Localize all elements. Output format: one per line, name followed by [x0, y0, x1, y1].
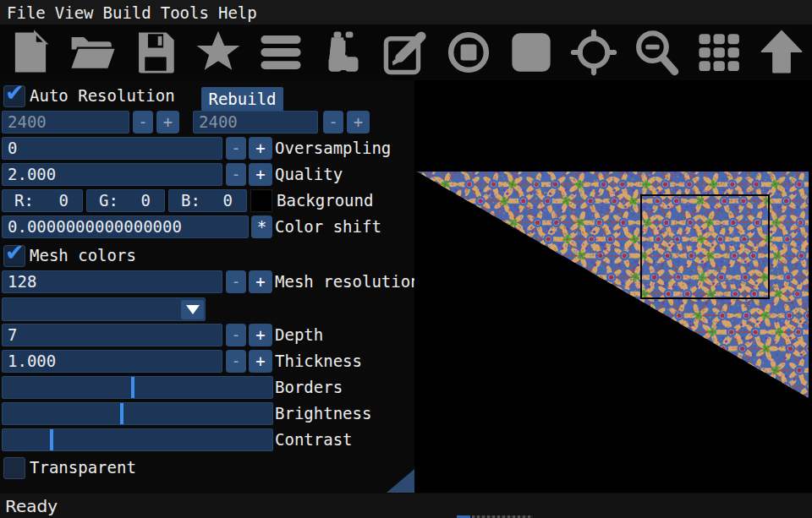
record-stop-icon [443, 28, 494, 77]
thickness-plus-button[interactable]: + [249, 350, 272, 373]
fill-square-button[interactable] [504, 27, 558, 78]
resolution-width-input[interactable]: 2400 [2, 111, 129, 134]
record-stop-button[interactable] [442, 27, 496, 78]
arrow-up-icon [757, 28, 806, 77]
new-file-icon [6, 28, 55, 77]
quality-minus-button[interactable]: - [226, 163, 246, 186]
oversampling-input[interactable]: 0 [2, 137, 222, 160]
resolution-height-minus-button[interactable]: - [323, 111, 343, 134]
settings-panel: ✔ Auto Resolution Rebuild 2400 - + 2400 … [0, 80, 414, 493]
zoom-out-button[interactable] [629, 27, 683, 78]
oversampling-minus-button[interactable]: - [226, 137, 246, 160]
resolution-width-plus-button[interactable]: + [156, 111, 179, 134]
transparent-checkbox[interactable] [3, 457, 25, 479]
menu-view[interactable]: View [55, 3, 94, 22]
mesh-colors-checkbox[interactable]: ✔ [3, 245, 25, 267]
new-file-button[interactable] [3, 27, 58, 78]
mesh-resolution-label: Mesh resolution [275, 270, 414, 293]
quality-plus-button[interactable]: + [249, 163, 272, 186]
menu-bar: File View Build Tools Help [0, 0, 812, 25]
edit-button[interactable] [379, 27, 433, 78]
thickness-minus-button[interactable]: - [226, 350, 246, 373]
mesh-colors-label: Mesh colors [30, 244, 136, 267]
contrast-label: Contrast [275, 428, 353, 451]
color-shift-input[interactable]: 0.0000000000000000 [2, 215, 249, 238]
status-text: Ready [5, 496, 58, 516]
mesh-resolution-plus-button[interactable]: + [249, 270, 272, 293]
slider-tick [131, 377, 134, 398]
menu-file[interactable]: File [7, 3, 46, 22]
resolution-height-input[interactable]: 2400 [193, 111, 318, 134]
thickness-label: Thickness [275, 350, 362, 373]
depth-plus-button[interactable]: + [249, 324, 272, 346]
background-label: Background [277, 189, 373, 212]
oversampling-plus-button[interactable]: + [249, 137, 272, 160]
oversampling-label: Oversampling [275, 137, 391, 160]
borders-slider[interactable]: 0.9550000 [2, 376, 273, 399]
background-g-input[interactable]: G:0 [86, 189, 165, 212]
rebuild-button[interactable]: Rebuild [201, 87, 283, 112]
color-shift-random-button[interactable]: * [251, 215, 272, 238]
save-floppy-icon [131, 28, 180, 77]
depth-label: Depth [275, 324, 323, 346]
contrast-slider[interactable]: 0.158 [2, 428, 273, 451]
filled-square-icon [505, 28, 557, 77]
mesh-resolution-input[interactable]: 128 [2, 270, 222, 293]
slider-tick [120, 403, 123, 424]
render-viewport [414, 80, 812, 493]
grid-button[interactable] [692, 27, 746, 78]
auto-resolution-label: Auto Resolution [30, 85, 175, 107]
borders-label: Borders [275, 376, 343, 399]
slider-tick [50, 429, 53, 450]
edge-mode-dropdown[interactable]: Edges [2, 297, 206, 321]
color-shift-label: Color shift [275, 215, 381, 238]
quality-input[interactable]: 2.000 [2, 163, 222, 186]
panel-resize-handle[interactable] [387, 469, 414, 493]
favorites-button[interactable] [191, 27, 245, 78]
depth-minus-button[interactable]: - [226, 324, 246, 346]
find-button[interactable] [316, 27, 370, 78]
quality-label: Quality [275, 163, 343, 186]
toolbar [0, 25, 812, 80]
open-folder-icon [67, 28, 119, 77]
binoculars-icon [320, 28, 367, 77]
depth-input[interactable]: 7 [2, 324, 222, 346]
brightness-label: Brightness [275, 402, 371, 425]
chevron-down-icon [186, 305, 200, 314]
target-crosshair-icon [568, 28, 619, 77]
auto-resolution-checkbox[interactable]: ✔ [3, 85, 25, 107]
background-color-swatch[interactable] [250, 189, 272, 212]
status-bar: Ready [0, 493, 812, 518]
upload-button[interactable] [754, 27, 809, 78]
target-button[interactable] [567, 27, 621, 78]
transparent-label: Transparent [30, 456, 136, 479]
fractal-pattern-canvas[interactable] [414, 80, 812, 493]
checkmark-icon: ✔ [5, 239, 25, 265]
resolution-width-minus-button[interactable]: - [133, 111, 153, 134]
menu-build[interactable]: Build [103, 3, 151, 22]
application-window: File View Build Tools Help [0, 0, 812, 518]
thickness-input[interactable]: 1.000 [2, 350, 222, 373]
save-button[interactable] [129, 27, 183, 78]
grid-icon [693, 28, 745, 77]
list-icon [254, 28, 308, 77]
star-icon [193, 28, 244, 77]
resolution-height-plus-button[interactable]: + [347, 111, 370, 134]
background-r-input[interactable]: R:0 [2, 189, 83, 212]
background-b-input[interactable]: B:0 [168, 189, 247, 212]
list-button[interactable] [254, 27, 308, 78]
edit-pencil-icon [380, 28, 432, 77]
menu-tools[interactable]: Tools [161, 3, 209, 22]
dropdown-arrow-button[interactable] [181, 300, 204, 319]
zoom-out-icon [631, 28, 682, 77]
menu-help[interactable]: Help [218, 3, 257, 22]
checkmark-icon: ✔ [5, 80, 25, 106]
mesh-resolution-minus-button[interactable]: - [226, 270, 246, 293]
brightness-slider[interactable]: 0.873 [2, 402, 273, 425]
open-file-button[interactable] [66, 27, 120, 78]
